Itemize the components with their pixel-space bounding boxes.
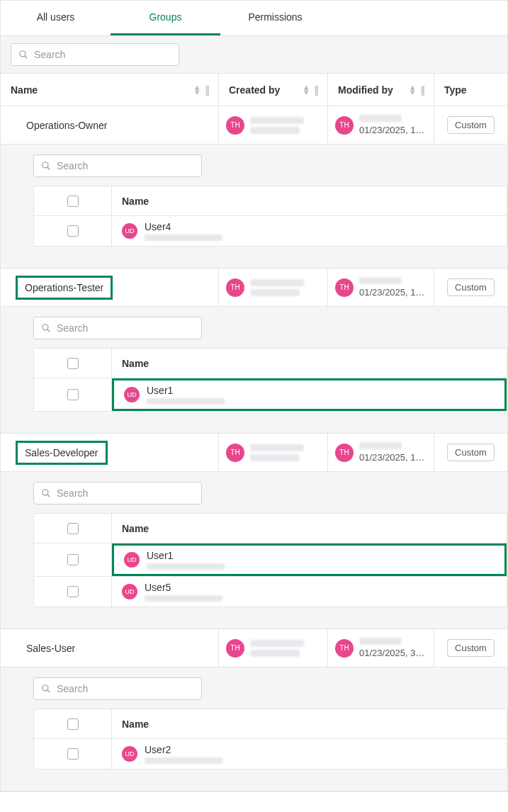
search-box[interactable] [11, 43, 179, 66]
select-all-checkbox[interactable] [67, 523, 79, 534]
resize-handle[interactable]: || [315, 84, 317, 96]
search-icon [41, 684, 51, 694]
sort-icon[interactable]: ▲▼ [193, 85, 201, 95]
inner-search-input[interactable] [55, 322, 194, 334]
group-name: Operations-Owner [26, 120, 107, 131]
top-search-bar [1, 36, 507, 74]
group-row[interactable]: Sales-Developer TH TH 01/23/2025, 1… Cus… [1, 434, 507, 472]
group-row[interactable]: Sales-User TH TH 01/23/2025, 3… Custom [1, 629, 507, 667]
inner-search-input[interactable] [55, 487, 194, 500]
sort-icon[interactable]: ▲▼ [303, 85, 310, 95]
user-row[interactable]: UD User5 [34, 577, 507, 607]
modified-date: 01/23/2025, 1… [359, 125, 425, 135]
column-header-row: Name ▲▼ || Created by ▲▼ || Modified by … [1, 74, 507, 106]
col-created-header[interactable]: Created by ▲▼ || [219, 74, 328, 106]
user-row[interactable]: UD User2 [34, 739, 507, 769]
search-icon [41, 488, 51, 498]
svg-point-2 [43, 162, 48, 168]
redacted-text [145, 757, 222, 764]
redacted-text [359, 442, 402, 449]
inner-search-box[interactable] [33, 317, 202, 339]
redacted-text [359, 277, 402, 284]
group-row[interactable]: Operations-Tester TH TH 01/23/2025, 1… C… [1, 269, 507, 307]
inner-search-input[interactable] [55, 682, 194, 695]
col-name-label: Name [11, 84, 38, 96]
tabs-bar: All users Groups Permissions [1, 1, 507, 36]
users-name-header[interactable]: Name [112, 523, 507, 534]
svg-line-9 [47, 690, 50, 693]
sort-icon[interactable]: ▲▼ [409, 85, 417, 95]
avatar: TH [335, 444, 354, 462]
avatar: UD [122, 223, 137, 239]
inner-search-input[interactable] [55, 159, 194, 172]
redacted-text [250, 640, 304, 657]
svg-line-1 [25, 56, 28, 59]
redacted-text [145, 595, 222, 602]
inner-search-box[interactable] [33, 482, 202, 504]
search-icon [18, 50, 28, 60]
avatar: UD [124, 552, 140, 568]
svg-point-4 [43, 325, 48, 330]
users-name-header[interactable]: Name [112, 196, 507, 207]
users-table: Name UD User1 [33, 348, 507, 412]
redacted-text [147, 398, 225, 405]
avatar: UD [122, 746, 137, 762]
inner-search-box[interactable] [33, 154, 202, 177]
user-row[interactable]: UD User1 [34, 543, 507, 577]
group-expanded-panel: Name UD User4 [1, 145, 507, 269]
tab-groups[interactable]: Groups [111, 1, 220, 35]
redacted-text [359, 115, 402, 122]
inner-search-box[interactable] [33, 677, 202, 700]
search-input[interactable] [33, 48, 171, 61]
users-header-row: Name [34, 709, 507, 739]
user-name: User4 [145, 221, 222, 232]
group-expanded-panel: Name UD User1 UD User5 [1, 472, 507, 629]
modified-date: 01/23/2025, 1… [359, 287, 425, 298]
checkbox[interactable] [67, 554, 79, 565]
users-name-header[interactable]: Name [112, 358, 507, 369]
checkbox[interactable] [67, 748, 79, 760]
group-expanded-panel: Name UD User2 [1, 667, 507, 791]
select-all-checkbox[interactable] [67, 196, 79, 207]
modified-date: 01/23/2025, 3… [359, 648, 425, 658]
svg-point-0 [20, 51, 26, 57]
avatar: TH [226, 278, 244, 297]
svg-point-8 [43, 685, 48, 691]
users-table: Name UD User4 [33, 186, 507, 247]
tab-all-users[interactable]: All users [1, 1, 111, 35]
avatar: TH [335, 116, 354, 135]
select-all-checkbox[interactable] [67, 718, 79, 730]
users-name-header[interactable]: Name [112, 718, 507, 730]
modified-date: 01/23/2025, 1… [359, 452, 425, 463]
type-badge: Custom [447, 116, 495, 134]
avatar: TH [226, 639, 244, 658]
checkbox[interactable] [67, 225, 79, 237]
tab-permissions[interactable]: Permissions [220, 1, 330, 35]
checkbox[interactable] [67, 389, 79, 400]
resize-handle[interactable]: || [421, 84, 424, 96]
col-created-label: Created by [229, 84, 280, 96]
col-modified-label: Modified by [338, 84, 393, 96]
user-row[interactable]: UD User1 [34, 378, 507, 411]
search-icon [41, 161, 51, 171]
group-row[interactable]: Operations-Owner TH TH 01/23/2025, 1… Cu… [1, 106, 507, 145]
checkbox[interactable] [67, 586, 79, 597]
svg-line-7 [47, 495, 50, 497]
users-header-row: Name [34, 514, 507, 543]
redacted-text [250, 444, 304, 461]
search-icon [41, 323, 51, 333]
col-name-header[interactable]: Name ▲▼ || [1, 74, 219, 106]
select-all-checkbox[interactable] [67, 358, 79, 369]
col-type-header[interactable]: Type [434, 74, 507, 106]
user-row[interactable]: UD User4 [34, 216, 507, 246]
col-modified-header[interactable]: Modified by ▲▼ || [328, 74, 434, 106]
users-table: Name UD User2 [33, 709, 507, 769]
resize-handle[interactable]: || [205, 84, 208, 96]
users-header-row: Name [34, 349, 507, 378]
user-name: User1 [147, 550, 225, 561]
avatar: UD [122, 584, 137, 599]
group-name: Operations-Tester [16, 276, 113, 300]
avatar: TH [335, 639, 354, 658]
user-name: User1 [147, 385, 225, 396]
redacted-text [250, 117, 304, 134]
